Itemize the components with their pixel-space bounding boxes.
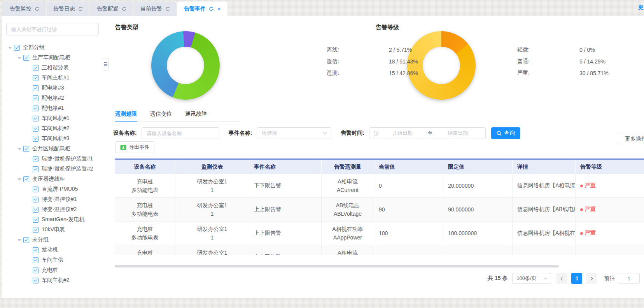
tree-checkbox[interactable] [33,75,38,81]
tree-item[interactable]: 特变-温控仪#1 [2,194,108,204]
cell-meter: 研发办公室11 [175,222,249,245]
tree-item[interactable]: SmartGen-发电机 [2,215,108,225]
expand-caret-icon[interactable] [16,56,23,59]
tree-checkbox[interactable] [33,268,38,273]
event-name-select[interactable]: 请选择 [257,127,331,139]
cell-meter: 研发办公室11 [175,198,249,221]
tree-item[interactable]: 车间主机#2 [2,275,108,285]
prev-page-button[interactable] [556,273,567,284]
tree-item[interactable]: 车间主供 [2,255,108,265]
alarm-level-text: 严重 [585,206,596,213]
window-tab-alarm-log[interactable]: 告警日志 [47,2,89,16]
tab-comm-fault[interactable]: 通讯故障 [185,111,207,121]
refresh-icon[interactable] [122,7,126,11]
tree-item[interactable]: 三相谐波表 [2,63,108,73]
tree-checkbox[interactable] [33,278,38,283]
tree-item[interactable]: 瑞捷-微机保护装置#1 [2,154,108,164]
expand-caret-icon[interactable] [16,238,23,241]
tree-checkbox[interactable] [33,85,38,91]
export-events-button[interactable]: 导出事件 [115,141,154,153]
refresh-icon[interactable] [35,7,39,11]
sidebar-collapse-handle[interactable] [103,58,108,70]
tree-checkbox[interactable] [33,257,38,263]
tree-checkbox[interactable] [33,227,38,233]
tree-checkbox[interactable] [14,45,20,51]
expand-caret-icon[interactable] [16,147,23,150]
cell-device: 充电桩多功能电表 [115,198,175,221]
goto-page-input[interactable] [618,273,640,284]
refresh-icon[interactable] [78,7,83,11]
tree-checkbox[interactable] [33,106,38,111]
next-page-button[interactable] [586,273,597,284]
tree-item[interactable]: 变压器进线柜 [2,174,108,184]
expand-caret-icon[interactable] [7,46,13,49]
tree-item[interactable]: 车间风机#3 [2,134,108,144]
tree-checkbox[interactable] [33,247,38,253]
expand-caret-icon[interactable] [16,178,23,181]
device-name-input[interactable] [142,127,219,139]
window-tab-alarm-events[interactable]: 告警事件 × [177,2,228,16]
tree-checkbox[interactable] [23,55,29,61]
page-number-1[interactable]: 1 [571,273,582,284]
tree-item[interactable]: 瑞捷-微机保护装置#2 [2,164,108,174]
refresh-icon[interactable] [209,7,214,11]
tree-filter-input[interactable] [6,23,99,35]
table-row[interactable]: 充电桩多功能电表研发办公室11上上限告警A相电流ACurrent [115,245,644,255]
more-actions-button[interactable]: 更多操作 [618,133,644,145]
tree-item[interactable]: 车间风机#1 [2,113,108,123]
tree-item[interactable]: 配电箱#3 [2,83,108,93]
tree-checkbox[interactable] [23,176,29,182]
alarm-time-range-picker[interactable]: 开始日期 至 结束日期 [369,127,486,139]
tree-item[interactable]: 充电桩 [2,265,108,275]
tree-checkbox[interactable] [33,217,38,223]
tree-checkbox[interactable] [33,136,38,142]
tree-item[interactable]: 特变-温控仪#2 [2,204,108,215]
tree-item[interactable]: 配电箱#2 [2,93,108,103]
window-tab-alarm-config[interactable]: 告警配置 [90,2,133,16]
tree-item[interactable]: 全部分组 [2,42,108,53]
tree-checkbox[interactable] [33,156,38,162]
horizontal-scrollbar-thumb[interactable] [115,265,559,268]
select-placeholder: 请选择 [262,130,323,137]
caret-spacer [26,67,32,68]
tree-checkbox[interactable] [33,207,38,213]
tree-checkbox[interactable] [33,197,38,202]
tree-checkbox[interactable] [23,237,29,243]
legend-row: 普通:5 / 14.29% [517,56,634,67]
page-size-select[interactable]: 100条/页 [512,273,551,284]
tree-item[interactable]: 公共区域配电柜 [2,144,108,154]
tree-checkbox[interactable] [33,116,38,121]
tree-item[interactable]: 10kV电表 [2,225,108,235]
export-events-label: 导出事件 [129,144,149,151]
tab-signal-change[interactable]: 遥信变位 [150,111,172,121]
tab-telemetry-limit[interactable]: 遥测越限 [115,111,137,121]
tree-item[interactable]: 车间主机#1 [2,73,108,83]
tree-checkbox[interactable] [33,126,38,132]
table-row[interactable]: 充电桩多功能电表研发办公室11上上限告警AB线电压ABLVoltage9090.… [115,198,644,222]
tree-checkbox[interactable] [33,166,38,172]
tree-item[interactable]: 直流屏-PMU05 [2,184,108,194]
table-row[interactable]: 充电桩多功能电表研发办公室11下下限告警A相电流ACurrent020.0000… [115,174,644,198]
cell-line: ABLVoltage [334,209,362,218]
tree-item[interactable]: 生产车间配电柜 [2,53,108,63]
caret-spacer [26,88,32,88]
tree-item[interactable]: 未分组 [2,235,108,245]
end-date-placeholder[interactable]: 结束日期 [434,130,482,137]
tree-item[interactable]: 车间风机#2 [2,123,108,134]
tree-checkbox[interactable] [33,95,38,101]
table-row[interactable]: 充电桩多功能电表研发办公室11上上限告警A相视在功率AAppPower10010… [115,222,644,245]
tree-checkbox[interactable] [23,146,29,152]
alarm-type-chart-title: 告警类型 [115,24,138,31]
close-icon[interactable]: × [217,5,221,12]
start-date-placeholder[interactable]: 开始日期 [379,130,426,137]
window-tab-alarm-monitor[interactable]: 告警监控 [3,2,46,16]
search-button[interactable]: 查询 [491,127,520,139]
corner-more-link[interactable]: 更 [638,4,644,11]
tree-checkbox[interactable] [33,187,38,192]
tree-checkbox[interactable] [33,65,38,71]
total-count: 共 15 条 [488,275,508,282]
tree-item[interactable]: 配电箱#1 [2,103,108,113]
tree-item[interactable]: 发动机 [2,245,108,255]
refresh-icon[interactable] [165,7,170,11]
window-tab-current-alarm[interactable]: 当前告警 [134,2,177,16]
